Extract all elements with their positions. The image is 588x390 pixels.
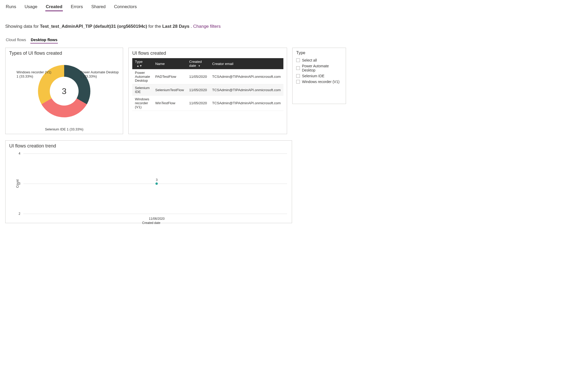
tab-errors[interactable]: Errors — [70, 3, 83, 11]
x-tick: 11/06/2020 — [149, 217, 164, 221]
cell-type: Power Automate Desktop — [132, 69, 153, 84]
filter-option-windows-recorder[interactable]: Windows recorder (V1) — [296, 79, 342, 85]
filter-option-selenium-ide[interactable]: Selenium IDE — [296, 73, 342, 79]
ui-flows-created-table-card: UI flows created Type ▲▼ Name Created da… — [128, 48, 287, 134]
filter-summary: Showing data for Test_test_AdminAPI_TIP … — [5, 24, 583, 29]
cell-email: TCSAdmin@TIPAdminAPI.onmicrosoft.com — [210, 84, 283, 96]
filter-option-select-all[interactable]: Select all — [296, 57, 342, 63]
filter-option-power-automate-desktop[interactable]: Power Automate Desktop — [296, 63, 342, 73]
donut-center-value: 3 — [62, 86, 67, 96]
cell-email: TCSAdmin@TIPAdminAPI.onmicrosoft.com — [210, 96, 283, 111]
cell-name: WinTestFlow — [153, 96, 187, 111]
cell-date: 11/05/2020 — [186, 96, 210, 111]
flow-type-tabs: Cloud flows Desktop flows — [5, 37, 583, 43]
tab-created[interactable]: Created — [45, 3, 63, 11]
types-of-ui-flows-card: Types of UI flows created 3 Power Automa… — [5, 48, 123, 134]
col-header-type[interactable]: Type ▲▼ — [132, 58, 153, 69]
filter-env-name: Test_test_AdminAPI_TIP (default)31 (org5… — [40, 24, 147, 29]
y-tick: 3 — [19, 182, 20, 185]
tab-shared[interactable]: Shared — [91, 3, 106, 11]
ui-flows-creation-trend-card: UI flows creation trend Count 4 3 2 3 11… — [5, 140, 292, 223]
top-tabs: Runs Usage Created Errors Shared Connect… — [5, 3, 583, 13]
cell-email: TCSAdmin@TIPAdminAPI.onmicrosoft.com — [210, 69, 283, 84]
sort-both-icon: ▲▼ — [136, 64, 142, 67]
checkbox-icon — [296, 74, 300, 78]
gridline — [23, 214, 287, 214]
ui-flows-table: Type ▲▼ Name Created date ▾ Creator emai… — [132, 58, 283, 111]
cell-type: Selenium IDE — [132, 84, 153, 96]
subtab-desktop-flows[interactable]: Desktop flows — [30, 37, 58, 43]
donut-chart[interactable]: 3 Power Automate Desktop 1 (33.33%) Wind… — [9, 58, 119, 131]
checkbox-icon — [296, 58, 300, 62]
types-card-title: Types of UI flows created — [9, 51, 119, 56]
gridline — [23, 184, 287, 184]
tab-usage[interactable]: Usage — [24, 3, 38, 11]
filter-option-label: Selenium IDE — [302, 74, 325, 78]
col-header-creator-email[interactable]: Creator email — [210, 58, 283, 69]
filter-mid: for the — [148, 24, 162, 29]
data-point-label: 3 — [156, 178, 158, 182]
filter-prefix: Showing data for — [5, 24, 40, 29]
chevron-down-icon: ▾ — [199, 64, 200, 68]
y-tick: 2 — [19, 212, 20, 216]
table-row[interactable]: Windows recorder (V1) WinTestFlow 11/05/… — [132, 96, 283, 111]
table-row[interactable]: Power Automate Desktop PADTestFlow 11/05… — [132, 69, 283, 84]
cell-date: 11/05/2020 — [186, 69, 210, 84]
x-axis-label: Created date — [142, 221, 160, 225]
trend-line-chart[interactable]: Count 4 3 2 3 11/06/2020 Created date — [14, 151, 288, 216]
filter-option-label: Select all — [302, 58, 317, 62]
table-card-title: UI flows created — [132, 51, 283, 56]
cell-name: SeleniumTestFlow — [153, 84, 187, 96]
tab-runs[interactable]: Runs — [5, 3, 17, 11]
y-tick: 4 — [19, 152, 20, 155]
cell-type: Windows recorder (V1) — [132, 96, 153, 111]
donut-label-windows-recorder: Windows recorder (V1) 1 (33.33%) — [17, 70, 51, 79]
gridline — [23, 153, 287, 154]
cell-name: PADTestFlow — [153, 69, 187, 84]
filter-range: Last 28 Days — [162, 24, 189, 29]
donut-label-power-automate-desktop: Power Automate Desktop 1 (33.33%) — [80, 70, 119, 79]
col-header-name[interactable]: Name — [153, 58, 187, 69]
table-row[interactable]: Selenium IDE SeleniumTestFlow 11/05/2020… — [132, 84, 283, 96]
tab-connectors[interactable]: Connectors — [113, 3, 137, 11]
filter-option-label: Power Automate Desktop — [302, 64, 342, 72]
subtab-cloud-flows[interactable]: Cloud flows — [5, 37, 27, 43]
type-filter-slicer: Type Select all Power Automate Desktop S… — [292, 48, 346, 104]
filter-option-label: Windows recorder (V1) — [302, 80, 339, 84]
checkbox-icon — [296, 80, 300, 84]
change-filters-link[interactable]: Change filters — [193, 24, 221, 29]
donut-label-selenium-ide: Selenium IDE 1 (33.33%) — [45, 127, 84, 131]
checkbox-icon — [296, 66, 300, 70]
col-header-created-date[interactable]: Created date ▾ — [186, 58, 210, 69]
cell-date: 11/05/2020 — [186, 84, 210, 96]
filter-card-title: Type — [296, 51, 342, 55]
trend-card-title: UI flows creation trend — [9, 143, 288, 149]
data-point — [156, 183, 158, 185]
filter-suffix: . — [191, 24, 193, 29]
